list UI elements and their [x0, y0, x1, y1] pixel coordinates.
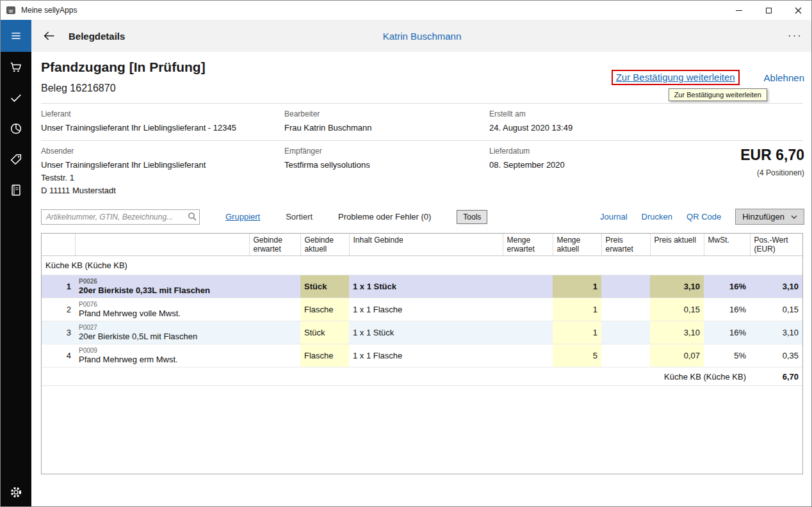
row-number: 2 — [42, 298, 75, 321]
article-code: P0026 — [79, 278, 245, 286]
forward-link-focus-box: Zur Bestätigung weiterleiten — [612, 70, 740, 85]
col-header-mwst: MwSt. — [704, 234, 750, 256]
document-number: Beleg 16216870 — [41, 83, 116, 94]
price-tag-icon — [9, 152, 23, 166]
titlebar: w Meine sellyApps — [1, 1, 812, 20]
delivery-date-value: 08. September 2020 — [489, 159, 565, 172]
table-header-row: Gebinde erwartet Gebinde aktuell Inhalt … — [42, 234, 802, 256]
main-content: Pfandzugang [In Prüfung] Beleg 16216870 … — [31, 52, 812, 507]
journal-book-icon — [9, 183, 23, 197]
mwst-cell: 16% — [704, 321, 750, 344]
article-name: Pfand Mehrweg volle Mwst. — [79, 309, 245, 319]
article-name: 20er Bierkiste 0,5L mit Flaschen — [79, 332, 245, 342]
pie-chart-icon — [9, 122, 23, 136]
delivery-date-label: Lieferdatum — [489, 147, 565, 156]
window-controls — [724, 1, 812, 20]
sorted-toggle[interactable]: Sortiert — [286, 212, 313, 221]
maximize-icon — [766, 8, 772, 13]
preis-erwartet-cell — [601, 275, 650, 298]
sender-field: Absender Unser Trainingslieferant Ihr Li… — [41, 147, 206, 197]
more-menu-button[interactable]: ··· — [788, 29, 802, 42]
preis-aktuell-cell: 0,07 — [650, 344, 704, 367]
row-number: 4 — [42, 344, 75, 367]
sidebar-item-catalog[interactable] — [1, 175, 31, 205]
close-icon — [795, 7, 802, 14]
sidebar-item-prices[interactable] — [1, 144, 31, 175]
close-button[interactable] — [783, 1, 812, 20]
search-input[interactable] — [41, 209, 200, 225]
menge-erwartet-cell — [503, 275, 553, 298]
col-header-pos-wert: Pos.-Wert (EUR) — [750, 234, 802, 256]
preis-aktuell-cell: 3,10 — [650, 321, 704, 344]
minimize-button[interactable] — [724, 1, 754, 20]
mwst-cell: 16% — [704, 298, 750, 321]
reject-link[interactable]: Ablehnen — [764, 72, 804, 83]
gebinde-aktuell-cell: Flasche — [300, 298, 349, 321]
pos-wert-cell: 0,15 — [750, 298, 802, 321]
grouped-toggle[interactable]: Gruppiert — [225, 212, 260, 221]
positions-table: Gebinde erwartet Gebinde aktuell Inhalt … — [41, 233, 803, 474]
col-header-preis-erwartet: Preis erwartet — [601, 234, 650, 256]
divider — [41, 140, 803, 141]
sender-line2: Teststr. 1 — [41, 172, 206, 184]
menge-erwartet-cell — [503, 344, 553, 367]
mwst-cell: 5% — [704, 344, 750, 367]
divider — [41, 103, 803, 104]
preis-aktuell-cell: 0,15 — [650, 298, 704, 321]
app-title: Meine sellyApps — [21, 6, 77, 15]
inhalt-gebinde-cell: 1 x 1 Flasche — [349, 298, 503, 321]
menge-aktuell-cell: 1 — [553, 275, 601, 298]
forward-for-confirmation-link[interactable]: Zur Bestätigung weiterleiten — [616, 72, 735, 83]
group-footer-label: Küche KB (Küche KB) — [42, 367, 750, 386]
search-icon — [188, 212, 197, 223]
qr-code-link[interactable]: QR Code — [686, 212, 721, 221]
sidebar-item-statistics[interactable] — [1, 113, 31, 144]
menu-icon — [10, 29, 22, 42]
table-row[interactable]: 3 P0027 20er Bierkiste 0,5L mit Flaschen… — [42, 321, 802, 344]
inhalt-gebinde-cell: 1 x 1 Flasche — [349, 344, 503, 367]
gebinde-erwartet-cell — [249, 321, 300, 344]
mwst-cell: 16% — [704, 275, 750, 298]
document-title: Pfandzugang [In Prüfung] — [41, 60, 206, 75]
table-row[interactable]: 2 P0076 Pfand Mehrweg volle Mwst. Flasch… — [42, 298, 802, 321]
sidebar-item-menu[interactable] — [1, 20, 31, 52]
sidebar-item-cart[interactable] — [1, 52, 31, 83]
current-user: Katrin Buschmann — [31, 31, 812, 42]
sender-label: Absender — [41, 147, 206, 156]
sidebar-item-tasks[interactable] — [1, 83, 31, 113]
sender-line1: Unser Trainingslieferant Ihr Lieblingsli… — [41, 159, 206, 172]
col-header-menge-aktuell: Menge aktuell — [553, 234, 601, 256]
gebinde-aktuell-cell: Stück — [300, 321, 349, 344]
created-label: Erstellt am — [489, 109, 572, 118]
receiver-value: Testfirma sellysolutions — [284, 159, 370, 172]
maximize-button[interactable] — [754, 1, 783, 20]
document-actions: Zur Bestätigung weiterleiten Ablehnen — [612, 70, 804, 85]
back-button[interactable] — [40, 27, 58, 45]
supplier-value: Unser Trainingslieferant Ihr Lieblingsli… — [41, 122, 236, 134]
minimize-icon — [736, 10, 742, 11]
col-header-gebinde-erwartet: Gebinde erwartet — [249, 234, 300, 256]
inhalt-gebinde-cell: 1 x 1 Stück — [349, 275, 503, 298]
settings-gear-icon — [9, 485, 23, 499]
svg-text:w: w — [8, 8, 13, 14]
pos-wert-cell: 3,10 — [750, 275, 802, 298]
add-button-label: Hinzufügen — [742, 212, 784, 221]
sender-line3: D 11111 Musterstadt — [41, 184, 206, 197]
print-link[interactable]: Drucken — [642, 212, 672, 221]
cart-icon — [9, 60, 23, 74]
receiver-field: Empfänger Testfirma sellysolutions — [284, 147, 370, 172]
app-header: Belegdetails Katrin Buschmann ··· — [31, 20, 812, 52]
problems-filter[interactable]: Probleme oder Fehler (0) — [338, 212, 431, 221]
col-header-gebinde-aktuell: Gebinde aktuell — [300, 234, 349, 256]
add-button[interactable]: Hinzufügen — [735, 209, 804, 225]
table-row[interactable]: 1 P0026 20er Bierkiste 0,33L mit Flasche… — [42, 275, 802, 298]
journal-link[interactable]: Journal — [600, 212, 628, 221]
col-header-inhalt-gebinde: Inhalt Gebinde — [349, 234, 503, 256]
menge-aktuell-cell: 1 — [553, 298, 601, 321]
tools-button[interactable]: Tools — [457, 210, 487, 224]
app-logo-icon: w — [6, 5, 16, 15]
table-row[interactable]: 4 P0009 Pfand Mehrweg erm Mwst. Flasche … — [42, 344, 802, 367]
sidebar-item-settings[interactable] — [1, 477, 31, 507]
page-title: Belegdetails — [69, 31, 125, 42]
menge-aktuell-cell: 5 — [553, 344, 601, 367]
